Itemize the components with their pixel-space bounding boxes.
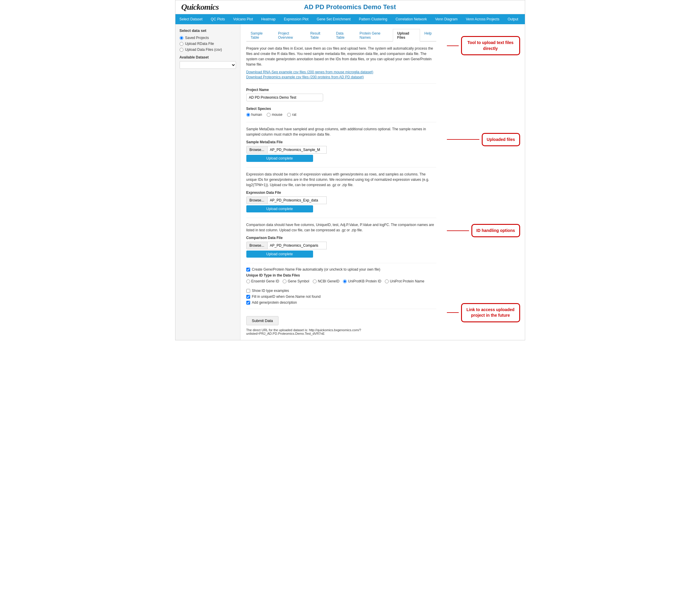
uid-ncbi-geneid[interactable]: NCBI GeneID xyxy=(313,279,339,283)
nav-pattern-clustering[interactable]: Pattern Clustering xyxy=(355,14,391,24)
expression-desc: Expression data should be matrix of expr… xyxy=(246,172,436,188)
tab-data-table[interactable]: Data Table xyxy=(332,29,355,41)
expression-upload-row: Browse... AP_PD_Proteomics_Exp_data xyxy=(246,196,436,204)
add-description-label: Add gene/protein description xyxy=(252,301,297,305)
annotation-link-access: Link to access uploaded project in the f… xyxy=(447,303,520,322)
nav-output[interactable]: Output xyxy=(503,14,523,24)
nav-venn-diagram[interactable]: Venn Diagram xyxy=(431,14,462,24)
sample-metadata-browse-btn[interactable]: Browse... xyxy=(246,146,268,153)
auto-create-row[interactable]: Create Gene/Protein Name File automatica… xyxy=(246,267,436,272)
nav-heatmap[interactable]: Heatmap xyxy=(257,14,280,24)
sample-metadata-desc: Sample MetaData must have sampleid and g… xyxy=(246,126,436,137)
species-label: Select Species xyxy=(246,107,436,111)
download-rnaseq-link[interactable]: Download RNA-Seq example csv files (200 … xyxy=(246,70,436,74)
uid-uniprotkb-label: UniProtKB Protein ID xyxy=(348,279,381,283)
species-rat[interactable]: rat xyxy=(287,113,296,117)
add-description-row[interactable]: Add gene/protein description xyxy=(246,301,436,305)
tab-project-overview[interactable]: Project Overview xyxy=(274,29,306,41)
sample-metadata-upload-row: Browse... AP_PD_Proteomics_Sample_M xyxy=(246,146,436,153)
show-id-examples-checkbox[interactable] xyxy=(246,289,250,293)
main-area: Sample Table Project Overview Result Tab… xyxy=(240,24,525,340)
annotation-id-handling: ID handling options xyxy=(447,224,520,237)
comparison-browse-btn[interactable]: Browse... xyxy=(246,242,268,249)
expression-label: Expression Data File xyxy=(246,191,436,195)
add-description-checkbox[interactable] xyxy=(246,301,250,305)
show-id-examples-row[interactable]: Show ID type examples xyxy=(246,289,436,293)
header: Quickomics AD PD Proteomics Demo Test xyxy=(175,0,525,14)
upload-rdata-label: Upload RData File xyxy=(185,41,214,46)
project-name-input[interactable]: AD PD Proteomics Demo Test xyxy=(246,94,323,101)
uid-gene-symbol-label: Gene Symbol xyxy=(288,279,309,283)
uid-uniprot-name-label: UniProt Protein Name xyxy=(390,279,425,283)
nav-gene-set-enrichment[interactable]: Gene Set Enrichment xyxy=(313,14,355,24)
species-row: human mouse rat xyxy=(246,113,436,117)
show-id-examples-label: Show ID type examples xyxy=(252,289,289,293)
species-section: Select Species human mouse rat xyxy=(246,107,436,117)
uid-ensembl[interactable]: Ensembl Gene ID xyxy=(246,279,280,283)
nav-select-dataset[interactable]: Select Dataset xyxy=(175,14,207,24)
species-human[interactable]: human xyxy=(246,113,262,117)
project-name-section: Project Name AD PD Proteomics Demo Test xyxy=(246,88,436,101)
upload-csv-label: Upload Data Files (csv) xyxy=(185,48,222,52)
auto-create-label: Create Gene/Protein Name File automatica… xyxy=(252,267,380,272)
uid-uniprot-name[interactable]: UniProt Protein Name xyxy=(385,279,425,283)
species-mouse[interactable]: mouse xyxy=(267,113,282,117)
comparison-desc: Comparison data should have five columns… xyxy=(246,222,436,233)
sidebar: Select data set Saved Projects Upload RD… xyxy=(175,24,240,340)
sample-metadata-filename[interactable]: AP_PD_Proteomics_Sample_M xyxy=(268,146,327,153)
download-proteomics-link[interactable]: Download Proteomics example csv files (2… xyxy=(246,75,436,79)
radio-upload-csv[interactable]: Upload Data Files (csv) xyxy=(180,48,236,52)
comparison-section: Comparison Data File Browse... AP_PD_Pro… xyxy=(246,236,436,258)
fill-uid-row[interactable]: Fill in uniqueID when Gene.Name not foun… xyxy=(246,294,436,299)
body: Select data set Saved Projects Upload RD… xyxy=(175,24,525,340)
sample-metadata-upload-status: Upload complete xyxy=(246,155,313,162)
project-name-label: Project Name xyxy=(246,88,436,92)
annotation-link-access-box: Link to access uploaded project in the f… xyxy=(461,303,520,322)
tab-protein-gene-names[interactable]: Protein Gene Names xyxy=(355,29,392,41)
expression-browse-btn[interactable]: Browse... xyxy=(246,196,268,204)
fill-uid-label: Fill in uniqueID when Gene.Name not foun… xyxy=(252,294,321,299)
dataset-select[interactable] xyxy=(180,61,236,69)
nav-expression-plot[interactable]: Expression Plot xyxy=(280,14,313,24)
comparison-label: Comparison Data File xyxy=(246,236,436,240)
uid-section: Unique ID Type in the Data Files Ensembl… xyxy=(246,273,436,283)
direct-url: The direct URL for the uploaded dataset … xyxy=(246,328,436,335)
species-mouse-label: mouse xyxy=(272,113,282,117)
uid-type-label: Unique ID Type in the Data Files xyxy=(246,273,436,277)
sample-metadata-label: Sample MetaData File xyxy=(246,140,436,144)
tab-help[interactable]: Help xyxy=(420,29,436,41)
tabs: Sample Table Project Overview Result Tab… xyxy=(246,29,436,41)
auto-create-checkbox[interactable] xyxy=(246,268,250,272)
available-dataset-label: Available Dataset xyxy=(180,55,236,59)
radio-upload-rdata[interactable]: Upload RData File xyxy=(180,41,236,46)
nav-correlation-network[interactable]: Correlation Network xyxy=(391,14,431,24)
comparison-upload-status: Upload complete xyxy=(246,251,313,258)
uid-ncbi-label: NCBI GeneID xyxy=(318,279,339,283)
uid-uniprotkb[interactable]: UniProtKB Protein ID xyxy=(343,279,381,283)
uid-gene-symbol[interactable]: Gene Symbol xyxy=(283,279,309,283)
expression-section: Expression Data File Browse... AP_PD_Pro… xyxy=(246,191,436,213)
main-content: Sample Table Project Overview Result Tab… xyxy=(240,24,442,340)
annotation-upload-tool-box: Tool to upload text files directly xyxy=(461,36,520,55)
tab-sample-table[interactable]: Sample Table xyxy=(246,29,274,41)
app-container: Quickomics AD PD Proteomics Demo Test Se… xyxy=(175,0,525,340)
annotation-uploaded-files-box: Uploaded files xyxy=(482,133,520,146)
uid-ensembl-label: Ensembl Gene ID xyxy=(251,279,280,283)
submit-data-button[interactable]: Submit Data xyxy=(246,316,279,325)
annotation-uploaded-files: Uploaded files xyxy=(447,133,520,146)
sample-metadata-section: Sample MetaData File Browse... AP_PD_Pro… xyxy=(246,140,436,162)
expression-upload-status: Upload complete xyxy=(246,205,313,213)
radio-saved-projects[interactable]: Saved Projects xyxy=(180,36,236,40)
tab-result-table[interactable]: Result Table xyxy=(306,29,331,41)
fill-uid-checkbox[interactable] xyxy=(246,295,250,299)
nav-venn-across-projects[interactable]: Venn Across Projects xyxy=(462,14,503,24)
expression-filename[interactable]: AP_PD_Proteomics_Exp_data xyxy=(268,196,327,204)
page-title: AD PD Proteomics Demo Test xyxy=(304,3,396,11)
tab-upload-files[interactable]: Upload Files xyxy=(393,29,420,41)
upload-description: Prepare your own data files in Excel, sa… xyxy=(246,46,436,67)
comparison-upload-row: Browse... AP_PD_Proteomics_Comparis xyxy=(246,242,436,249)
comparison-filename[interactable]: AP_PD_Proteomics_Comparis xyxy=(268,242,327,249)
annotation-id-handling-box: ID handling options xyxy=(471,224,520,237)
nav-qc-plots[interactable]: QC Plots xyxy=(207,14,229,24)
nav-volcano-plot[interactable]: Volcano Plot xyxy=(229,14,257,24)
